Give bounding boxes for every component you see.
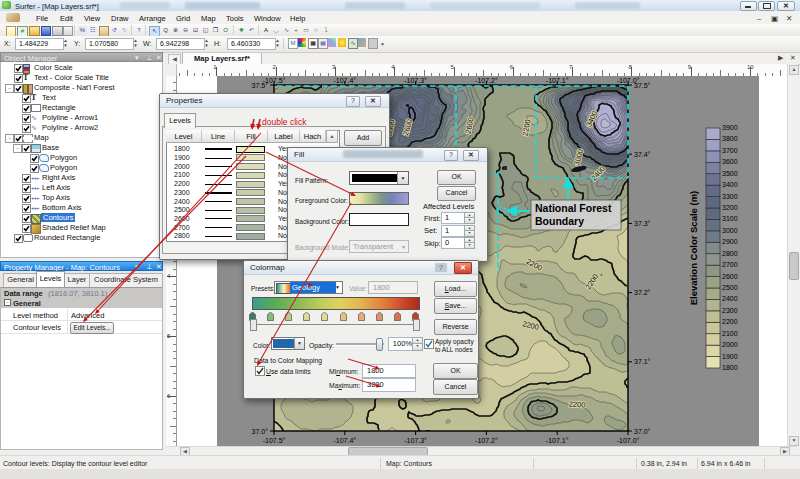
svg-text:2000: 2000 [722,341,738,348]
svg-text:37.0°: 37.0° [252,428,269,435]
svg-text:1900: 1900 [722,353,738,360]
svg-text:3100: 3100 [722,215,738,222]
svg-text:Boundary: Boundary [535,215,584,227]
svg-text:37.0°: 37.0° [634,428,651,435]
svg-text:3800: 3800 [722,135,738,142]
svg-text:37.3°: 37.3° [634,220,651,227]
svg-text:-107.0°: -107.0° [617,437,640,444]
svg-text:2400: 2400 [722,295,738,302]
svg-text:-107.4°: -107.4° [333,437,356,444]
svg-text:2600: 2600 [722,273,738,280]
svg-text:3600: 3600 [722,158,738,165]
svg-text:-107.2°: -107.2° [475,437,498,444]
svg-text:3200: 3200 [722,204,738,211]
svg-text:2100: 2100 [722,330,738,337]
svg-text:3500: 3500 [722,170,738,177]
svg-text:National Forest: National Forest [535,202,612,214]
svg-text:37.5°: 37.5° [634,82,651,89]
svg-text:1800: 1800 [722,364,738,371]
svg-text:3300: 3300 [722,193,738,200]
svg-text:2500: 2500 [722,284,738,291]
svg-text:-107.1°: -107.1° [546,77,569,84]
svg-text:3000: 3000 [722,227,738,234]
svg-text:3400: 3400 [722,181,738,188]
svg-text:37.4°: 37.4° [634,151,651,158]
svg-text:-107.3°: -107.3° [404,437,427,444]
svg-text:2700: 2700 [722,261,738,268]
svg-text:2800: 2800 [722,250,738,257]
svg-text:2300: 2300 [722,307,738,314]
svg-text:37.2°: 37.2° [634,289,651,296]
svg-text:Elevation Color Scale (m): Elevation Color Scale (m) [688,191,699,306]
svg-text:-107.1°: -107.1° [546,437,569,444]
svg-text:3700: 3700 [722,147,738,154]
svg-text:-107.4°: -107.4° [333,77,356,84]
svg-text:-107.2°: -107.2° [475,77,498,84]
svg-text:2900: 2900 [722,238,738,245]
svg-text:2200: 2200 [569,400,586,410]
svg-text:3900: 3900 [722,124,738,131]
svg-text:2200: 2200 [722,318,738,325]
svg-text:37.1°: 37.1° [634,358,651,365]
svg-text:-107.5°: -107.5° [263,437,286,444]
svg-text:-107.3°: -107.3° [404,77,427,84]
svg-text:37.5°: 37.5° [252,82,269,89]
